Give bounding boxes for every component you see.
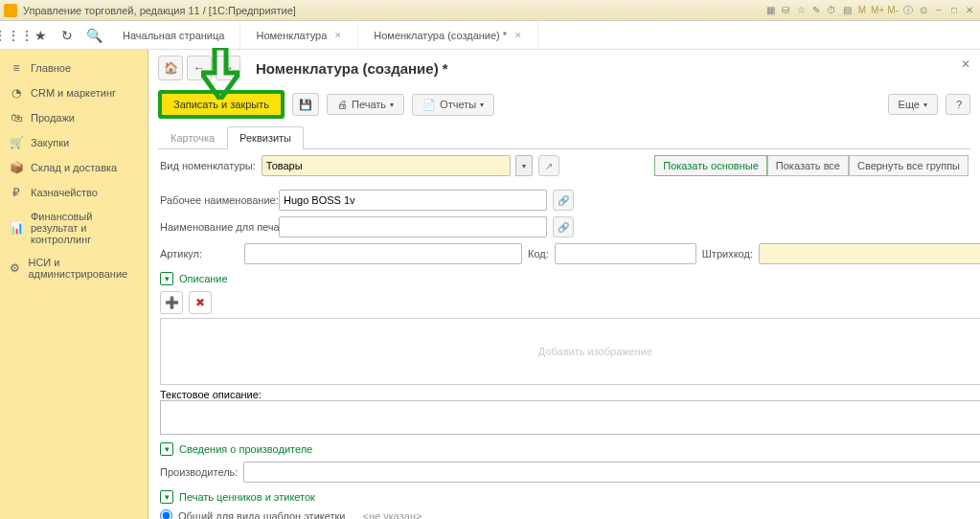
- search-icon[interactable]: 🔍: [80, 22, 107, 49]
- gear-icon: ⚙: [10, 261, 20, 275]
- textdesc-input[interactable]: [160, 400, 980, 435]
- sys-icon[interactable]: M-: [886, 4, 900, 17]
- nav-home-button[interactable]: 🏠: [158, 56, 183, 80]
- article-input[interactable]: [244, 243, 522, 264]
- manufacturer-label: Производитель:: [160, 466, 238, 478]
- sidebar-item-purchases[interactable]: 🛒Закупки: [0, 130, 148, 155]
- textdesc-label: Текстовое описание:: [160, 389, 262, 400]
- sys-icon[interactable]: ☆: [794, 4, 808, 17]
- sys-icon[interactable]: ▤: [840, 4, 854, 17]
- tab-nomenclature-create[interactable]: Номенклатура (создание) *✕: [358, 21, 538, 49]
- common-template-radio[interactable]: [160, 509, 172, 519]
- show-main-button[interactable]: Показать основные: [654, 155, 767, 176]
- box-icon: 📦: [10, 161, 23, 174]
- close-icon[interactable]: ✕: [334, 31, 342, 40]
- workname-label: Рабочее наименование:: [160, 194, 273, 206]
- reports-button[interactable]: 📄Отчеты▾: [412, 94, 494, 116]
- code-label: Код:: [528, 248, 549, 260]
- link-button[interactable]: 🔗: [553, 190, 574, 211]
- section-manufacturer[interactable]: ▾Сведения о производителе: [160, 442, 980, 456]
- collapse-icon[interactable]: ▾: [160, 490, 173, 504]
- sidebar-item-finance[interactable]: 📊Финансовый результат и контроллинг: [0, 205, 148, 251]
- tab-nomenclature[interactable]: Номенклатура✕: [240, 21, 358, 49]
- page-title: Номенклатура (создание) *: [256, 60, 448, 77]
- close-icon[interactable]: ✕: [963, 4, 976, 17]
- sidebar-item-treasury[interactable]: ₽Казначейство: [0, 180, 148, 205]
- save-button[interactable]: 💾: [292, 93, 319, 116]
- nav-back-button[interactable]: ←: [187, 56, 212, 80]
- sys-icon[interactable]: ⛁: [779, 4, 792, 17]
- manufacturer-input[interactable]: [243, 462, 980, 483]
- menu-icon: ≡: [10, 61, 23, 75]
- barcode-input[interactable]: [759, 243, 980, 264]
- sys-icon[interactable]: M: [855, 4, 869, 17]
- type-input[interactable]: [262, 155, 511, 176]
- minimize-icon[interactable]: −: [932, 4, 946, 17]
- help-button[interactable]: ?: [946, 94, 970, 115]
- tab-home[interactable]: Начальная страница: [107, 21, 240, 49]
- add-image-button[interactable]: ➕: [160, 291, 183, 314]
- remove-image-button[interactable]: ✖: [189, 291, 212, 314]
- sidebar-item-admin[interactable]: ⚙НСИ и администрирование: [0, 251, 148, 285]
- section-pricelabels[interactable]: ▾Печать ценников и этикеток: [160, 490, 980, 504]
- subtab-details[interactable]: Реквизиты: [227, 126, 304, 149]
- sidebar-item-sales[interactable]: 🛍Продажи: [0, 105, 148, 130]
- collapse-icon[interactable]: ▾: [160, 272, 173, 285]
- report-icon: 📄: [422, 99, 436, 111]
- system-icons: ▦ ⛁ ☆ ✎ ⏱ ▤ M M+ M- ⓘ ⊙ − □ ✕: [763, 4, 976, 17]
- code-input[interactable]: [555, 243, 696, 264]
- more-button[interactable]: Еще▾: [888, 94, 938, 115]
- sys-icon[interactable]: M+: [871, 4, 884, 17]
- printer-icon: 🖨: [337, 99, 348, 110]
- maximize-icon[interactable]: □: [947, 4, 961, 17]
- sys-icon[interactable]: ⏱: [825, 4, 838, 17]
- sidebar-item-crm[interactable]: ◔CRM и маркетинг: [0, 80, 148, 105]
- history-icon[interactable]: ↻: [54, 22, 80, 49]
- nav-forward-button[interactable]: →: [216, 56, 240, 80]
- image-placeholder[interactable]: Добавить изображение: [160, 318, 980, 385]
- sales-icon: 🛍: [10, 111, 23, 124]
- save-close-button[interactable]: Записать и закрыть: [158, 90, 285, 119]
- article-label: Артикул:: [160, 248, 239, 260]
- window-title: Управление торговлей, редакция 11 / [1С:…: [23, 5, 763, 16]
- sidebar: ≡Главное ◔CRM и маркетинг 🛍Продажи 🛒Заку…: [0, 50, 148, 519]
- collapse-icon[interactable]: ▾: [160, 442, 173, 456]
- dropdown-icon[interactable]: ▾: [515, 155, 533, 176]
- link-button[interactable]: 🔗: [553, 216, 574, 237]
- sys-icon[interactable]: ⓘ: [901, 4, 915, 17]
- apps-icon[interactable]: ⋮⋮⋮: [0, 22, 27, 49]
- sys-icon[interactable]: ✎: [809, 4, 823, 17]
- print-button[interactable]: 🖨Печать▾: [327, 94, 404, 115]
- sys-icon[interactable]: ▦: [763, 4, 777, 17]
- sidebar-item-warehouse[interactable]: 📦Склад и доставка: [0, 155, 148, 180]
- ruble-icon: ₽: [10, 186, 23, 199]
- type-label: Вид номенклатуры:: [160, 160, 256, 171]
- app-logo-icon: [4, 4, 17, 17]
- barcode-label: Штрихкод:: [702, 248, 753, 260]
- section-description[interactable]: ▾Описание: [160, 272, 980, 285]
- chart-icon: 📊: [10, 221, 23, 235]
- favorite-icon[interactable]: ★: [27, 22, 54, 49]
- sys-icon[interactable]: ⊙: [917, 4, 930, 17]
- subtab-card[interactable]: Карточка: [158, 126, 227, 148]
- sidebar-item-main[interactable]: ≡Главное: [0, 56, 148, 80]
- show-all-button[interactable]: Показать все: [767, 155, 849, 176]
- crm-icon: ◔: [10, 86, 23, 100]
- workname-input[interactable]: [279, 190, 547, 211]
- close-page-icon[interactable]: ✕: [961, 57, 970, 71]
- printname-label: Наименование для печати:: [160, 221, 273, 233]
- collapse-all-button[interactable]: Свернуть все группы: [849, 155, 969, 176]
- close-icon[interactable]: ✕: [514, 31, 522, 40]
- cart-icon: 🛒: [10, 136, 23, 149]
- open-ref-button[interactable]: ↗: [538, 155, 559, 176]
- printname-input[interactable]: [279, 216, 547, 237]
